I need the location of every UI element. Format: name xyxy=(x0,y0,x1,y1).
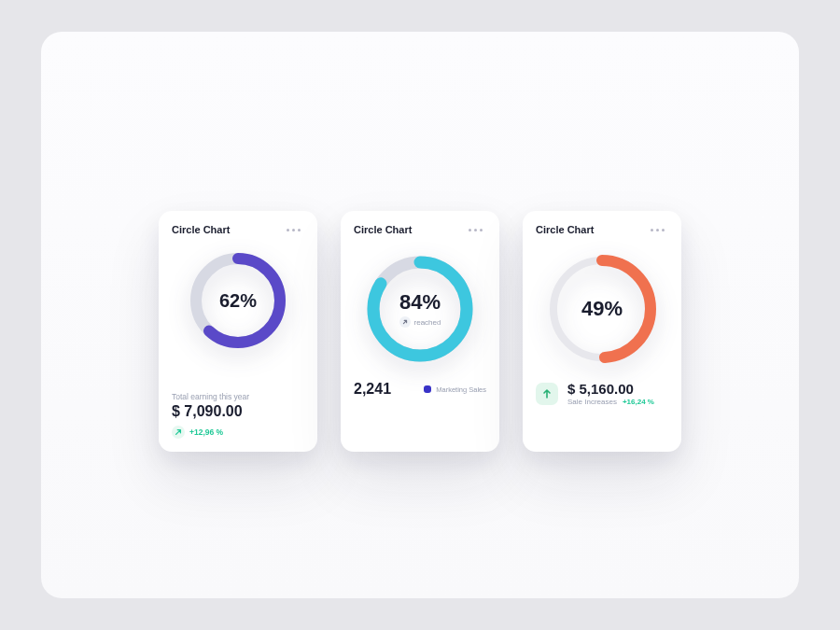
reached-label: reached xyxy=(414,318,441,327)
legend-swatch xyxy=(424,385,431,393)
card-title: Circle Chart xyxy=(536,224,594,235)
legend-label: Marketing Sales xyxy=(436,385,486,394)
percent-label: 49% xyxy=(581,297,623,321)
earning-value: $ 7,090.00 xyxy=(172,403,304,420)
percent-label: 62% xyxy=(219,290,257,312)
app-surface: Circle Chart 62% Total earning this year… xyxy=(41,32,799,598)
card-menu-button[interactable] xyxy=(465,225,486,235)
trend-value: +16,24 % xyxy=(623,398,654,406)
legend-item: Marketing Sales xyxy=(424,385,486,394)
earning-caption: Total earning this year xyxy=(172,392,304,401)
card-menu-button[interactable] xyxy=(647,225,668,235)
circle-chart-card-3: Circle Chart 49% $ 5,160.00 xyxy=(523,211,681,452)
trend-value: +12,96 % xyxy=(189,427,223,437)
arrow-up-icon xyxy=(536,383,558,405)
card-menu-button[interactable] xyxy=(283,225,304,235)
sale-value: $ 5,160.00 xyxy=(567,381,654,397)
card-title: Circle Chart xyxy=(172,224,230,235)
circle-chart-card-2: Circle Chart 84% reached xyxy=(341,211,499,452)
sale-caption: Sale Increases xyxy=(567,398,617,406)
trend-up-icon xyxy=(172,426,185,439)
card-title: Circle Chart xyxy=(354,224,412,235)
metric-value: 2,241 xyxy=(354,381,391,398)
arrow-up-right-icon xyxy=(399,316,411,328)
percent-label: 84% xyxy=(399,290,441,315)
cards-row: Circle Chart 62% Total earning this year… xyxy=(159,211,681,452)
circle-chart-card-1: Circle Chart 62% Total earning this year… xyxy=(159,211,317,452)
